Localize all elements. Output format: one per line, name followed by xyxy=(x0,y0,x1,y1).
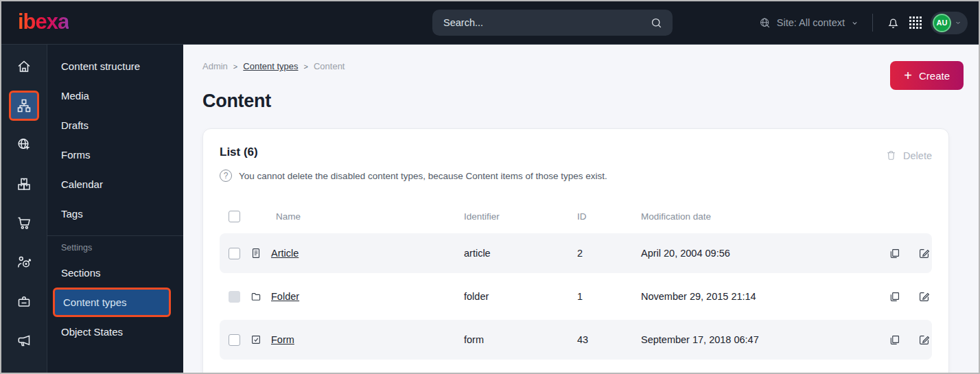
topbar-divider xyxy=(872,14,873,32)
copy-icon[interactable] xyxy=(888,247,901,260)
breadcrumb-separator: > xyxy=(304,62,308,71)
select-all-checkbox[interactable] xyxy=(229,211,240,222)
row-checkbox[interactable] xyxy=(229,248,240,259)
sidebar-item-forms[interactable]: Forms xyxy=(47,140,183,170)
content-type-link[interactable]: Folder xyxy=(271,291,299,302)
table-row: Folder folder 1 November 29, 2015 21:14 xyxy=(220,277,932,316)
row-checkbox xyxy=(229,291,240,303)
column-header-modification-date: Modification date xyxy=(641,211,870,222)
list-count-title: List (6) xyxy=(220,145,258,159)
cell-id: 2 xyxy=(577,248,641,259)
icon-rail xyxy=(1,45,47,373)
edit-icon[interactable] xyxy=(918,247,931,260)
app-switcher-grid-icon[interactable] xyxy=(909,16,922,29)
delete-button-label: Delete xyxy=(903,150,932,161)
cell-modification-date: November 29, 2015 21:14 xyxy=(641,291,870,302)
table-row: Form form 43 September 17, 2018 06:47 xyxy=(220,320,932,360)
copy-icon[interactable] xyxy=(888,290,901,303)
column-header-identifier: Identifier xyxy=(464,211,577,222)
column-header-id: ID xyxy=(577,211,641,222)
site-context-selector[interactable]: Site: All context xyxy=(758,16,859,30)
sidebar-item-sections[interactable]: Sections xyxy=(47,258,183,288)
rail-item-marketing[interactable] xyxy=(9,325,39,355)
chevron-down-icon xyxy=(954,19,962,27)
copy-icon[interactable] xyxy=(888,334,901,347)
table-header-row: Name Identifier ID Modification date xyxy=(220,202,932,230)
cell-modification-date: April 20, 2004 09:56 xyxy=(641,248,870,259)
top-bar: ibexa Site: All context xyxy=(1,1,979,44)
settings-section-label: Settings xyxy=(47,239,183,258)
row-checkbox[interactable] xyxy=(229,334,240,346)
page-title: Content xyxy=(202,91,964,112)
rail-item-dashboard[interactable] xyxy=(9,51,39,82)
breadcrumb-content-types-link[interactable]: Content types xyxy=(243,61,298,71)
plus-icon: + xyxy=(904,69,912,82)
topbar-right-cluster: Site: All context AU xyxy=(758,12,968,34)
content-type-link[interactable]: Article xyxy=(271,248,299,259)
hint-message: ? You cannot delete the disabled content… xyxy=(220,170,932,182)
edit-icon[interactable] xyxy=(918,334,931,347)
content-types-card: List (6) Delete ? You cannot delete the … xyxy=(202,128,949,373)
boxes-icon xyxy=(16,176,32,192)
column-header-name: Name xyxy=(250,211,464,222)
trash-icon xyxy=(885,150,897,161)
search-input[interactable] xyxy=(443,17,650,28)
breadcrumb-admin: Admin xyxy=(202,61,228,71)
global-search[interactable] xyxy=(432,10,673,36)
cell-identifier: article xyxy=(464,248,577,259)
cell-identifier: form xyxy=(464,334,577,345)
avatar[interactable]: AU xyxy=(933,14,951,32)
edit-icon[interactable] xyxy=(918,290,931,303)
cell-id: 43 xyxy=(577,334,641,345)
ibexa-logo[interactable]: ibexa xyxy=(18,11,69,35)
rail-item-site[interactable] xyxy=(9,130,39,160)
globe-cursor-icon xyxy=(16,137,32,153)
app-window: ibexa Site: All context xyxy=(0,0,980,374)
megaphone-icon xyxy=(16,332,32,349)
site-context-label: Site: All context xyxy=(777,17,845,28)
content-type-link[interactable]: Form xyxy=(271,334,294,345)
sidebar-item-content-types[interactable]: Content types xyxy=(53,288,171,317)
rail-item-personalization[interactable] xyxy=(9,247,39,277)
cell-modification-date: September 17, 2018 06:47 xyxy=(641,334,870,345)
hint-text: You cannot delete the disabled content t… xyxy=(239,171,607,181)
sidebar-item-calendar[interactable]: Calendar xyxy=(47,170,183,199)
sidebar-item-media[interactable]: Media xyxy=(47,81,183,110)
cell-identifier: folder xyxy=(464,291,577,302)
rail-item-admin[interactable] xyxy=(9,286,39,316)
rail-item-content[interactable] xyxy=(9,91,39,121)
breadcrumb-separator: > xyxy=(233,62,237,71)
sitemap-icon xyxy=(16,97,32,114)
content-types-table: Name Identifier ID Modification date Art… xyxy=(220,202,932,360)
home-icon xyxy=(16,58,32,75)
personalization-icon xyxy=(16,254,32,270)
main-content: Admin > Content types > Content + Create… xyxy=(183,45,979,373)
sidebar-item-tags[interactable]: Tags xyxy=(47,199,183,229)
delete-button[interactable]: Delete xyxy=(885,150,932,161)
question-circle-icon: ? xyxy=(220,170,232,182)
sidebar-menu: Content structureMediaDraftsFormsCalenda… xyxy=(47,45,183,373)
breadcrumb-current: Content xyxy=(314,61,345,71)
create-button[interactable]: + Create xyxy=(890,61,964,90)
rail-item-products[interactable] xyxy=(9,169,39,199)
rail-item-commerce[interactable] xyxy=(9,208,39,238)
site-globe-icon xyxy=(758,16,771,30)
sidebar-item-content-structure[interactable]: Content structure xyxy=(47,51,183,81)
table-row: Article article 2 April 20, 2004 09:56 xyxy=(220,233,932,273)
article-icon xyxy=(250,247,262,259)
cell-id: 1 xyxy=(577,291,641,302)
breadcrumb: Admin > Content types > Content xyxy=(202,61,964,71)
menu-divider xyxy=(47,235,183,236)
chevron-down-icon xyxy=(850,19,859,27)
cart-icon xyxy=(16,215,32,231)
notifications-bell-icon[interactable] xyxy=(886,16,900,30)
folder-icon xyxy=(250,290,262,303)
create-button-label: Create xyxy=(919,70,950,82)
user-menu[interactable]: AU xyxy=(931,12,968,34)
form-icon xyxy=(250,334,262,346)
sidebar-item-drafts[interactable]: Drafts xyxy=(47,110,183,140)
search-icon[interactable] xyxy=(650,16,663,30)
badge-icon xyxy=(16,293,32,309)
sidebar-item-object-states[interactable]: Object States xyxy=(47,317,183,347)
